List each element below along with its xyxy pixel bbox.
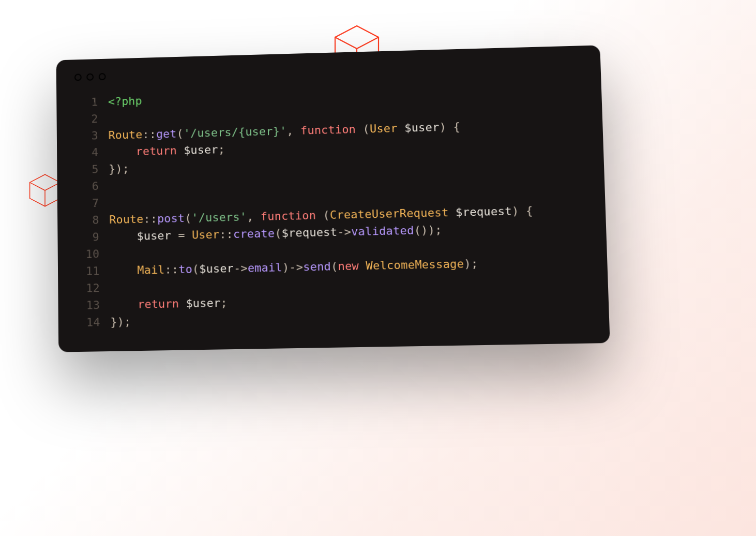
code-token: = [178,229,185,242]
code-token [110,264,137,277]
line-number: 11 [73,262,99,280]
code-token [397,122,404,135]
code-token [519,204,526,218]
code-token: ( [362,122,370,135]
code-token: :: [142,128,156,141]
code-token: :: [219,228,233,241]
code-token [446,120,453,133]
code-token: return [136,144,177,158]
code-token: ) [439,121,446,133]
line-number: 1 [71,94,98,111]
code-area: 1<?php23Route::get('/users/{user}', func… [71,81,593,331]
code-token: CreateUserRequest [330,206,449,221]
code-token: email [248,261,282,274]
code-token: }); [110,315,131,329]
code-token: Mail [137,263,164,277]
code-token: validated [351,224,414,239]
code-token: :: [143,212,157,225]
line-number: 7 [72,195,99,212]
line-number: 9 [73,228,99,246]
code-token: WelcomeMessage [366,257,464,272]
code-token: , [286,124,300,137]
code-token: '/users/{user}' [184,125,287,140]
window-zoom-icon[interactable] [99,73,106,80]
code-token [110,230,137,243]
code-token: to [178,263,192,276]
code-token: :: [164,263,178,276]
code-token: $user [137,229,172,243]
line-number: 2 [72,110,98,128]
line-number: 5 [72,161,99,178]
code-token: -> [337,225,351,239]
line-number: 13 [73,296,100,314]
code-token [110,298,138,311]
code-token: function [300,123,356,137]
code-token: -> [234,261,248,275]
code-token: ( [185,212,192,225]
line-number: 3 [72,127,98,145]
code-token: , [247,210,261,224]
code-token: }); [109,162,129,175]
code-token: { [453,120,460,133]
code-token: ()); [414,223,442,236]
code-token: $user [199,262,234,275]
line-number: 14 [73,314,100,331]
code-token: ( [176,127,184,140]
code-token: $user [404,121,440,135]
code-token: '/users' [191,210,247,224]
line-number: 8 [72,212,99,229]
code-token: $request [456,204,512,219]
code-token: ( [323,209,330,221]
line-number: 4 [72,144,98,161]
code-editor-window: 1<?php23Route::get('/users/{user}', func… [56,45,610,352]
code-token: ) [511,204,519,217]
code-token: $request [281,226,337,240]
code-token [185,229,192,242]
code-token: ( [331,260,338,273]
code-token: )-> [282,260,304,274]
code-token: Route [108,128,142,141]
code-token: ; [218,143,225,156]
code-token: ( [275,227,282,240]
code-token: function [261,209,316,223]
code-token: $user [184,143,218,156]
code-token [177,144,184,157]
code-token: create [233,227,275,241]
code-token: ; [220,296,228,309]
window-minimize-icon[interactable] [86,73,94,81]
code-window-scene: 1<?php23Route::get('/users/{user}', func… [54,52,602,347]
code-token: $user [186,296,220,310]
code-token: ( [192,262,200,275]
code-token [359,259,366,272]
code-token: ); [464,257,478,271]
code-token [356,123,363,136]
line-number: 6 [72,177,99,195]
code-token: User [192,228,220,242]
code-token [448,206,456,219]
code-token: new [338,259,359,273]
code-token [171,229,178,242]
window-close-icon[interactable] [74,73,82,81]
code-token: { [526,204,533,217]
code-token [179,297,186,310]
line-number: 12 [73,279,100,297]
code-token: <?php [108,94,142,108]
code-token [109,145,136,158]
code-token: Route [109,213,143,226]
code-token: send [303,260,331,273]
code-token: return [138,297,179,311]
code-token: post [157,212,185,225]
line-number: 10 [73,245,99,263]
code-token: User [370,122,398,135]
code-token [316,209,323,221]
code-token: get [156,127,177,141]
